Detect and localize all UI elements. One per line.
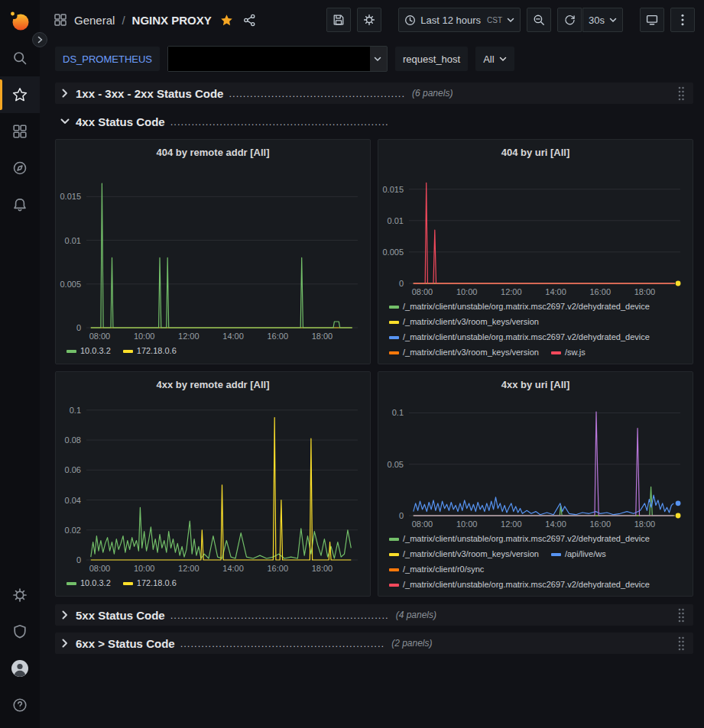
row-drag-handle-icon[interactable] bbox=[673, 606, 689, 624]
panel-header[interactable]: 4xx by remote addr [All] bbox=[56, 372, 370, 396]
svg-text:18:00: 18:00 bbox=[634, 519, 656, 529]
panel-4xx-by-uri: 4xx by uri [All] 00.050.108:0010:0012:00… bbox=[378, 371, 693, 597]
request-host-variable-label[interactable]: request_host bbox=[395, 47, 468, 71]
panel-header[interactable]: 404 by remote addr [All] bbox=[56, 140, 370, 164]
favorite-star-button[interactable] bbox=[219, 12, 235, 28]
sidebar-item-alerting[interactable] bbox=[0, 186, 40, 223]
legend-item[interactable]: /_matrix/client/unstable/org.matrix.msc2… bbox=[389, 578, 650, 591]
legend-item[interactable]: /_matrix/client/r0/sync bbox=[389, 563, 484, 576]
panel-404-by-remote-addr: 404 by remote addr [All] 00.0050.010.015… bbox=[55, 139, 371, 364]
svg-text:0.1: 0.1 bbox=[70, 406, 81, 415]
chevron-right-icon bbox=[60, 89, 70, 98]
legend-item[interactable]: /sw.js bbox=[551, 346, 586, 359]
legend-item[interactable]: 172.18.0.6 bbox=[123, 577, 177, 590]
time-series-chart[interactable]: 00.020.040.060.080.108:0010:0012:0014:00… bbox=[56, 396, 370, 575]
share-dashboard-button[interactable] bbox=[242, 12, 258, 28]
panel-header[interactable]: 404 by uri [All] bbox=[378, 140, 693, 164]
panel-header[interactable]: 4xx by uri [All] bbox=[378, 372, 693, 396]
sidebar-item-dashboards[interactable] bbox=[0, 113, 40, 150]
bell-icon bbox=[12, 197, 28, 212]
dashboard-settings-button[interactable] bbox=[357, 8, 381, 32]
svg-text:0.015: 0.015 bbox=[60, 192, 81, 201]
panels-grid: 404 by remote addr [All] 00.0050.010.015… bbox=[55, 139, 693, 597]
host-variable-value[interactable] bbox=[168, 47, 370, 71]
dashboard-title[interactable]: NGINX PROXY bbox=[132, 14, 212, 27]
compass-icon bbox=[12, 160, 28, 176]
legend-item[interactable]: /api/live/ws bbox=[551, 548, 606, 561]
legend-item[interactable]: /_matrix/client/v3/room_keys/version bbox=[389, 548, 539, 561]
legend-series-label: /_matrix/client/unstable/org.matrix.msc2… bbox=[403, 578, 650, 591]
kebab-menu-button[interactable] bbox=[670, 8, 695, 32]
sidebar-expand-button[interactable] bbox=[32, 32, 47, 47]
sidebar-item-server-admin[interactable] bbox=[0, 613, 40, 650]
chevron-down-icon bbox=[499, 57, 507, 62]
svg-text:10:00: 10:00 bbox=[456, 519, 478, 529]
svg-text:10:00: 10:00 bbox=[134, 332, 155, 341]
refresh-interval-dropdown[interactable]: 30s bbox=[582, 8, 623, 32]
time-series-chart[interactable]: 00.050.108:0010:0012:0014:0016:0018:00 bbox=[378, 396, 693, 531]
row-title: 1xx - 3xx - 2xx Status Code bbox=[76, 87, 223, 100]
sidebar-item-help[interactable] bbox=[0, 687, 40, 723]
legend-item[interactable]: 10.0.3.2 bbox=[67, 577, 111, 590]
legend-item[interactable]: /_matrix/client/unstable/org.matrix.msc2… bbox=[389, 331, 650, 344]
save-dashboard-button[interactable] bbox=[326, 8, 351, 32]
time-range-picker[interactable]: Last 12 hours CST bbox=[398, 8, 521, 32]
legend-series-label: 10.0.3.2 bbox=[80, 577, 111, 590]
grafana-logo[interactable] bbox=[8, 9, 31, 32]
legend-series-swatch bbox=[389, 553, 399, 556]
clock-icon bbox=[404, 15, 416, 26]
zoom-out-button[interactable] bbox=[527, 8, 551, 32]
save-icon bbox=[333, 14, 345, 26]
star-icon bbox=[12, 87, 28, 102]
svg-text:18:00: 18:00 bbox=[312, 564, 333, 573]
refresh-interval-value: 30s bbox=[589, 15, 605, 26]
legend-series-label: /api/live/ws bbox=[565, 548, 606, 561]
request-host-variable-select[interactable]: All bbox=[475, 47, 514, 71]
svg-text:08:00: 08:00 bbox=[89, 564, 111, 573]
row-drag-handle-icon[interactable] bbox=[673, 84, 689, 102]
time-series-chart[interactable]: 00.0050.010.01508:0010:0012:0014:0016:00… bbox=[56, 164, 370, 343]
row-5xx-status-code[interactable]: 5xx Status Code ........................… bbox=[55, 604, 693, 626]
svg-text:10:00: 10:00 bbox=[134, 564, 155, 573]
chevron-right-icon bbox=[60, 610, 70, 620]
time-range-label: Last 12 hours bbox=[420, 15, 481, 26]
sidebar-item-explore[interactable] bbox=[0, 150, 40, 186]
legend-item[interactable]: 10.0.3.2 bbox=[67, 345, 111, 358]
time-series-chart[interactable]: 00.0050.010.01508:0010:0012:0014:0016:00… bbox=[378, 164, 693, 299]
variables-bar: DS_PROMETHEUS request_host All bbox=[40, 40, 704, 81]
svg-text:0.02: 0.02 bbox=[65, 526, 81, 535]
row-4xx-status-code[interactable]: 4xx Status Code ........................… bbox=[55, 111, 693, 132]
legend-item[interactable]: /_matrix/client/unstable/org.matrix.msc2… bbox=[389, 300, 650, 313]
legend-series-label: 10.0.3.2 bbox=[80, 345, 111, 358]
refresh-button[interactable] bbox=[557, 8, 582, 32]
sidebar-item-profile[interactable] bbox=[0, 650, 40, 687]
breadcrumb-section[interactable]: General bbox=[74, 14, 115, 27]
legend-item[interactable]: 172.18.0.6 bbox=[123, 345, 177, 358]
sidebar-item-configuration[interactable] bbox=[0, 577, 40, 613]
dashboard-content: 1xx - 3xx - 2xx Status Code ............… bbox=[40, 81, 704, 728]
host-variable-select[interactable] bbox=[167, 46, 388, 72]
legend-series-swatch bbox=[123, 582, 133, 585]
legend-series-swatch bbox=[389, 568, 399, 571]
legend-item[interactable]: /_matrix/client/v3/room_keys/version bbox=[389, 346, 539, 359]
legend-series-swatch bbox=[123, 350, 133, 353]
svg-text:0: 0 bbox=[76, 323, 81, 332]
zoom-out-icon bbox=[533, 14, 545, 26]
breadcrumb: General / NGINX PROXY bbox=[54, 12, 258, 28]
legend-item[interactable]: /_matrix/client/unstable/org.matrix.msc2… bbox=[389, 532, 650, 545]
share-icon bbox=[243, 14, 256, 27]
svg-text:18:00: 18:00 bbox=[634, 287, 656, 296]
legend-series-label: 172.18.0.6 bbox=[137, 345, 177, 358]
svg-text:10:00: 10:00 bbox=[456, 287, 478, 296]
legend-item[interactable]: /_matrix/client/v3/room_keys/version bbox=[389, 315, 539, 328]
row-6xx-status-code[interactable]: 6xx > Status Code ......................… bbox=[55, 633, 693, 654]
svg-text:0.08: 0.08 bbox=[65, 435, 81, 445]
tv-mode-button[interactable] bbox=[640, 8, 664, 32]
row-1xx-3xx-2xx-status-code[interactable]: 1xx - 3xx - 2xx Status Code ............… bbox=[55, 83, 693, 104]
svg-text:16:00: 16:00 bbox=[589, 287, 611, 296]
svg-text:0.01: 0.01 bbox=[388, 216, 404, 225]
datasource-variable-button[interactable]: DS_PROMETHEUS bbox=[55, 47, 160, 71]
svg-text:14:00: 14:00 bbox=[222, 332, 244, 341]
sidebar-item-starred[interactable] bbox=[0, 76, 40, 113]
row-drag-handle-icon[interactable] bbox=[673, 634, 689, 652]
